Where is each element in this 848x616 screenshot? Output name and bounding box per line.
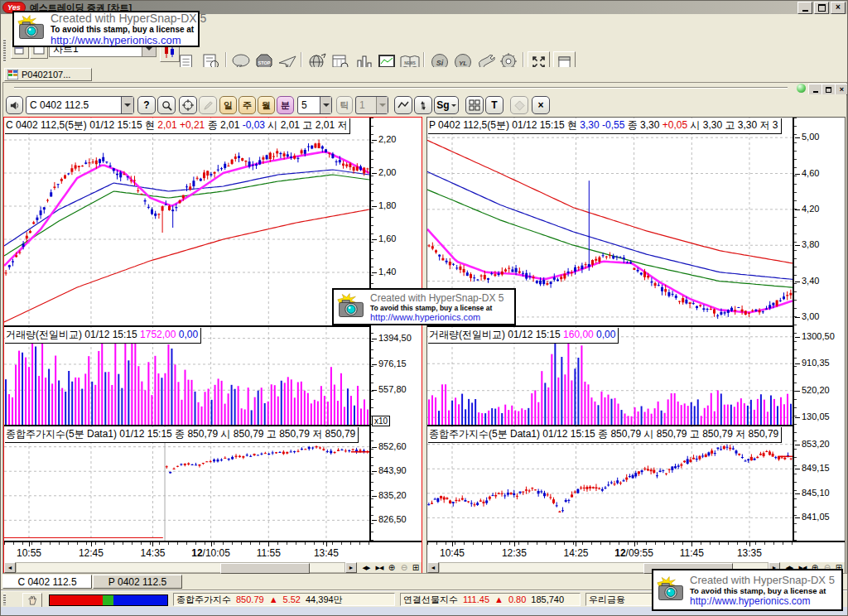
diamond-tool-button[interactable] (510, 96, 528, 114)
price-pane-header: C 0402 112,5(5분) 01/12 15:15 현 2,01 +0,2… (5, 118, 350, 134)
stamp-line2: To avoid this stamp, buy a license at (51, 25, 206, 34)
interval-value: 5 (298, 99, 320, 111)
signal-button[interactable]: Sg (434, 96, 459, 114)
call-option-panel: C 0402 112,5(5분) 01/12 15:15 현 2,01 +0,2… (3, 117, 422, 573)
collapse-bars-button[interactable]: ▶◀ (373, 562, 385, 573)
price-chart[interactable] (4, 118, 369, 325)
volume-pane-header: 거래량(전일비교) 01/12 15:15 160,00 0,00 (428, 328, 619, 344)
pencil-icon (203, 100, 214, 111)
price-pane-header: P 0402 112,5(5분) 01/12 15:15 현 3,30 -0,5… (428, 118, 782, 134)
tick-interval-combo[interactable]: 1 (355, 96, 388, 114)
line-chart-button[interactable] (394, 96, 412, 114)
gauge-green-segment (103, 595, 113, 605)
camera-icon (336, 292, 366, 322)
tick-mode-button[interactable]: 틱 (336, 96, 353, 114)
text-tool-button[interactable]: T (485, 96, 504, 114)
period-month-button[interactable]: 월 (258, 96, 275, 114)
x-axis: 10:5512:4514:3512/10:0511:5513:45 (4, 541, 422, 561)
doc-tab-p0402107[interactable]: P0402107... (4, 68, 92, 81)
period-minute-button[interactable]: 분 (277, 96, 294, 114)
period-week-button[interactable]: 주 (238, 96, 256, 114)
futures-value: 111.45 (463, 594, 489, 604)
x-axis: 10:4512:3514:2512/09:5511:4513:35 (427, 541, 845, 561)
tab-put-option[interactable]: P 0402 112.5 (93, 575, 182, 589)
period-day-button[interactable]: 일 (219, 96, 237, 114)
scroll-track[interactable] (16, 562, 345, 573)
chevron-down-icon (451, 104, 456, 107)
close-button[interactable]: × (831, 2, 846, 14)
announce-button[interactable] (6, 96, 23, 114)
hypersnap-stamp: Created with HyperSnap-DX 5 To avoid thi… (332, 288, 516, 325)
grid-icon (469, 99, 480, 111)
chart-minimize-button[interactable] (808, 84, 822, 95)
crosshair-icon (182, 99, 194, 111)
speaker-icon (9, 100, 20, 111)
svg-text:STOP: STOP (258, 60, 270, 65)
zoom-in-button[interactable]: ⊕ (386, 562, 398, 573)
futures-change: 0.80 (508, 594, 526, 604)
document-tab-row: P0402107... (1, 67, 847, 82)
position-gauge (49, 594, 168, 606)
restore-button[interactable] (814, 2, 829, 14)
chevron-down-icon[interactable] (121, 97, 133, 113)
zoom-button[interactable] (157, 96, 176, 114)
stamp-link[interactable]: http://www.hyperionics.com (370, 312, 504, 322)
signal-label: Sg (436, 99, 449, 111)
camera-icon (656, 575, 686, 605)
grid-layout-button[interactable] (465, 96, 484, 114)
kospi-label: 종합주가지수 (176, 594, 231, 606)
stamp-line1: Created with HyperSnap-DX 5 (51, 12, 206, 25)
window-caption-grip[interactable] (14, 87, 788, 89)
tab-call-option[interactable]: C 0402 112.5 (2, 575, 92, 589)
magnifier-icon (161, 100, 172, 111)
index-chart[interactable] (4, 426, 369, 541)
scroll-left-button[interactable]: ◄ (427, 562, 439, 573)
futures-status-field: 연결선물지수 111.45 ▲ 0.80 185,740 (400, 593, 581, 606)
stamp-line1: Created with HyperSnap-DX 5 (370, 292, 504, 304)
chart-close-button[interactable]: × (835, 84, 848, 95)
up-arrow-icon: ▲ (494, 594, 504, 604)
stamp-link[interactable]: http://www.hyperionics.com (690, 595, 835, 607)
scale-note: x10 (372, 416, 390, 426)
grid-view-button[interactable]: ⊞ (410, 562, 422, 573)
index-chart[interactable] (427, 426, 793, 541)
sort-updown-button[interactable] (414, 96, 432, 114)
draw-button[interactable] (199, 96, 217, 114)
diamond-icon (514, 100, 525, 111)
symbol-combo[interactable]: C 0402 112.5 (26, 96, 134, 114)
interval-combo[interactable]: 5 (297, 96, 332, 114)
svg-text:Si: Si (436, 59, 443, 67)
chart-restore-button[interactable] (822, 84, 836, 95)
chart-toolbar: C 0402 112.5 ? 일 주 월 분 5 틱 1 (3, 94, 846, 117)
minimize-button[interactable] (797, 2, 812, 14)
crosshair-button[interactable] (179, 96, 197, 114)
scroll-left-button[interactable]: ◄ (4, 562, 16, 573)
expand-bars-button[interactable]: ◀▶ (360, 562, 372, 573)
minimize-icon (802, 10, 808, 12)
kospi-value: 850.79 (236, 594, 264, 604)
stock-name: 우리금융 (589, 594, 625, 606)
zoom-out-button[interactable]: ⊖ (398, 562, 410, 573)
tick-interval-value: 1 (356, 99, 376, 111)
futures-volume: 185,740 (531, 594, 564, 604)
help-button[interactable]: ? (137, 96, 156, 114)
toolbar-grip[interactable] (3, 39, 6, 62)
close-chart-button[interactable]: × (532, 96, 550, 114)
kospi-status-field: 종합주가지수 850.79 ▲ 5.52 44,394만 (173, 593, 395, 606)
mini-table-icon (7, 70, 18, 79)
camera-icon (17, 14, 46, 44)
scroll-thumb[interactable] (220, 563, 311, 574)
scroll-right-button[interactable]: ► (345, 562, 357, 573)
kospi-change: 5.52 (283, 594, 301, 604)
gauge-blue-segment (113, 595, 167, 605)
hypersnap-stamp: Created with HyperSnap-DX 5 To avoid thi… (12, 11, 200, 47)
index-pane-header: 종합주가지수(5분 Data1) 01/12 15:15 종 850,79 시 … (5, 427, 359, 443)
up-arrow-icon: ▲ (269, 594, 278, 604)
chevron-down-icon[interactable] (320, 97, 331, 113)
y-axis: 5,004,604,203,803,403,001300,50910,35520… (793, 118, 845, 541)
hand-button[interactable] (22, 593, 42, 608)
svg-text:YL: YL (458, 60, 466, 67)
stamp-link[interactable]: http://www.hyperionics.com (51, 34, 206, 46)
kospi-volume: 44,394만 (306, 594, 343, 606)
line-chart-icon (398, 100, 409, 110)
